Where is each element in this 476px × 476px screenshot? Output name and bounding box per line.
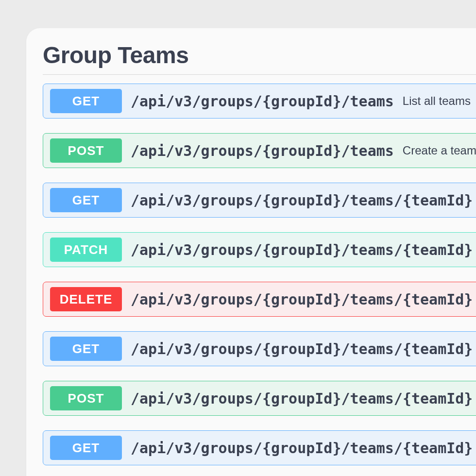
http-method-badge: GET [50, 89, 122, 113]
http-method-badge: GET [50, 188, 122, 212]
endpoint-path: /api/v3/groups/{groupId}/teams [131, 93, 394, 110]
http-method-badge: DELETE [50, 287, 122, 311]
endpoint-summary: Create a team [403, 144, 476, 157]
http-method-badge: GET [50, 337, 122, 361]
endpoint-path: /api/v3/groups/{groupId}/teams/{teamId} [131, 291, 473, 308]
endpoint-path: /api/v3/groups/{groupId}/teams/{teamId} [131, 192, 473, 209]
http-method-badge: PATCH [50, 238, 122, 262]
operations-list: GET/api/v3/groups/{groupId}/teamsList al… [43, 84, 476, 465]
api-section-card: Group Teams GET/api/v3/groups/{groupId}/… [26, 28, 476, 476]
http-method-badge: POST [50, 386, 122, 410]
endpoint-path: /api/v3/groups/{groupId}/teams/{teamId} [131, 390, 473, 407]
endpoint-path: /api/v3/groups/{groupId}/teams/{teamId} [131, 440, 473, 457]
operation-row[interactable]: PATCH/api/v3/groups/{groupId}/teams/{tea… [43, 232, 476, 267]
endpoint-path: /api/v3/groups/{groupId}/teams/{teamId} [131, 340, 473, 357]
operation-row[interactable]: GET/api/v3/groups/{groupId}/teams/{teamI… [43, 331, 476, 366]
operation-row[interactable]: DELETE/api/v3/groups/{groupId}/teams/{te… [43, 282, 476, 317]
endpoint-path: /api/v3/groups/{groupId}/teams [131, 142, 394, 159]
section-divider [43, 74, 476, 75]
http-method-badge: GET [50, 436, 122, 460]
endpoint-summary: List all teams [403, 94, 471, 108]
operation-row[interactable]: GET/api/v3/groups/{groupId}/teams/{teamI… [43, 430, 476, 465]
http-method-badge: POST [50, 138, 122, 163]
endpoint-path: /api/v3/groups/{groupId}/teams/{teamId} [131, 241, 473, 258]
section-title: Group Teams [43, 42, 476, 74]
operation-row[interactable]: POST/api/v3/groups/{groupId}/teams/{team… [43, 381, 476, 416]
operation-row[interactable]: POST/api/v3/groups/{groupId}/teamsCreate… [43, 133, 476, 168]
operation-row[interactable]: GET/api/v3/groups/{groupId}/teamsList al… [43, 84, 476, 119]
operation-row[interactable]: GET/api/v3/groups/{groupId}/teams/{teamI… [43, 183, 476, 218]
